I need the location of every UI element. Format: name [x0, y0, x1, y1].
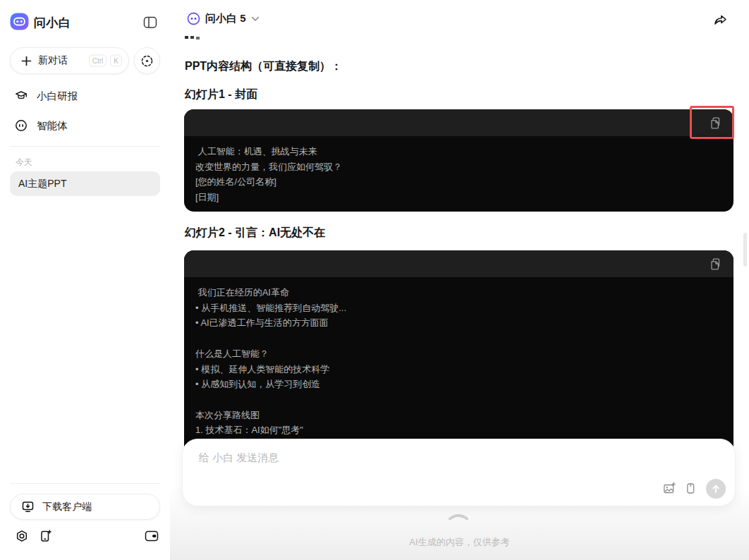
- code-block-slide2: 我们正在经历的AI革命 • 从手机推送、智能推荐到自动驾驶... • AI已渗透…: [184, 250, 733, 456]
- message-composer[interactable]: [182, 439, 736, 506]
- focus-target-icon: [140, 54, 154, 68]
- kbd-ctrl: Ctrl: [89, 55, 107, 67]
- scrollbar-thumb[interactable]: [743, 233, 747, 267]
- send-button[interactable]: [706, 479, 726, 499]
- code-line: • 从感知到认知，从学习到创造: [195, 377, 722, 392]
- sidebar-collapse-icon[interactable]: [142, 15, 158, 30]
- code-block-slide1: 人工智能：机遇、挑战与未来 改变世界的力量，我们应如何驾驭？ [您的姓名/公司名…: [184, 109, 733, 212]
- history-item-ai-ppt[interactable]: AI主题PPT: [10, 171, 160, 196]
- copy-icon[interactable]: [709, 116, 721, 129]
- code-line: • 从手机推送、智能推荐到自动驾驶...: [195, 300, 722, 316]
- code-line: • 模拟、延伸人类智能的技术科学: [195, 362, 722, 377]
- code-line: 人工智能：机遇、挑战与未来: [195, 144, 722, 159]
- clipped-message-text: [185, 36, 203, 40]
- code-line: [195, 331, 722, 346]
- mobile-app-icon[interactable]: [39, 529, 52, 542]
- message-heading-slide2: 幻灯片2 - 引言：AI无处不在: [185, 226, 325, 241]
- download-client-label: 下载客户端: [42, 501, 92, 513]
- scroll-collapse-handle[interactable]: [448, 511, 469, 521]
- composer-input[interactable]: [199, 451, 650, 480]
- download-client-button[interactable]: 下载客户端: [10, 494, 160, 520]
- chat-main-area: 问小白 5 PPT内容结构（可直接复制）： 幻灯片1 - 封面 人工智能：机遇、: [170, 0, 749, 560]
- new-chat-label: 新对话: [38, 54, 68, 67]
- model-title: 问小白 5: [205, 12, 246, 25]
- download-client-icon: [21, 500, 35, 513]
- model-logo-icon: [187, 12, 200, 25]
- image-upload-icon[interactable]: [663, 482, 676, 494]
- code-line: 改变世界的力量，我们应如何驾驭？: [195, 159, 722, 175]
- agent-face-icon: [15, 119, 28, 132]
- new-chat-button[interactable]: 新对话 Ctrl K: [10, 47, 129, 74]
- attachment-icon[interactable]: [684, 482, 697, 494]
- message-heading-slide1: 幻灯片1 - 封面: [185, 87, 257, 102]
- plus-icon: [21, 56, 32, 66]
- code-block-header: [184, 109, 733, 136]
- kbd-k: K: [110, 55, 122, 67]
- screenshot-capture-button[interactable]: [134, 47, 160, 74]
- code-line: [您的姓名/公司名称]: [195, 174, 722, 190]
- code-line: 本次分享路线图: [195, 408, 722, 423]
- sidebar-divider: [10, 146, 160, 147]
- sidebar-item-label: 智能体: [37, 119, 68, 133]
- code-line: [日期]: [195, 190, 722, 205]
- sidebar-divider: [10, 483, 160, 484]
- history-section-label: 今天: [16, 157, 32, 169]
- copy-icon[interactable]: [709, 257, 721, 270]
- settings-gear-icon[interactable]: [16, 530, 28, 542]
- chevron-down-icon: [251, 16, 260, 22]
- shortcut-hint: Ctrl K: [89, 55, 122, 67]
- code-block-header: [184, 250, 733, 277]
- message-heading-ppt-structure: PPT内容结构（可直接复制）：: [185, 59, 342, 74]
- code-line: 什么是人工智能？: [195, 346, 722, 362]
- app-logo-icon: [10, 12, 29, 31]
- history-item-label: AI主题PPT: [18, 178, 66, 190]
- ai-disclaimer: AI生成的内容，仅供参考: [170, 536, 749, 549]
- code-block-body: 我们正在经历的AI革命 • 从手机推送、智能推荐到自动驾驶... • AI已渗透…: [184, 277, 733, 456]
- code-line: • AI已渗透工作与生活的方方面面: [195, 315, 722, 331]
- sidebar-item-research[interactable]: 小白研报: [10, 85, 160, 106]
- wallet-icon[interactable]: [145, 530, 159, 542]
- code-line: [195, 392, 722, 408]
- code-line: 1. 技术基石：AI如何"思考": [195, 422, 722, 438]
- sidebar-item-agents[interactable]: 智能体: [10, 115, 160, 136]
- app-title: 问小白: [34, 15, 71, 31]
- code-block-body: 人工智能：机遇、挑战与未来 改变世界的力量，我们应如何驾驭？ [您的姓名/公司名…: [184, 136, 733, 212]
- model-selector[interactable]: 问小白 5: [187, 12, 260, 25]
- code-line: 我们正在经历的AI革命: [195, 285, 722, 300]
- graduation-cap-icon: [15, 90, 28, 102]
- share-icon[interactable]: [712, 13, 728, 28]
- sidebar-item-label: 小白研报: [37, 90, 78, 103]
- sidebar: 问小白 新对话 Ctrl K: [0, 0, 170, 560]
